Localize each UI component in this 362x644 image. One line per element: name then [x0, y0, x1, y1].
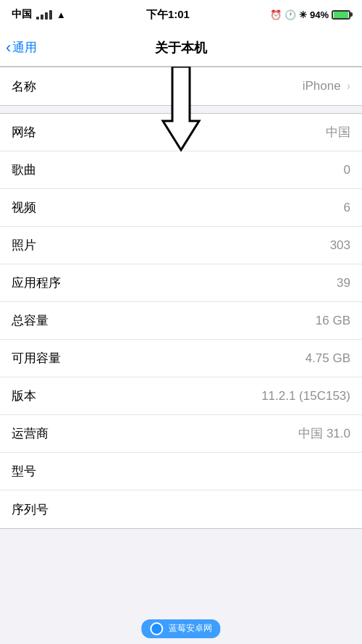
- clock-icon: 🕐: [285, 9, 296, 20]
- total-capacity-label: 总容量: [12, 312, 49, 329]
- status-time: 下午1:01: [146, 8, 190, 22]
- available-capacity-label: 可用容量: [12, 350, 61, 367]
- model-row: 型号: [0, 453, 362, 490]
- name-value: iPhone ›: [303, 79, 350, 93]
- carrier-row: 运营商 中国 31.0: [0, 415, 362, 453]
- apps-row: 应用程序 39: [0, 264, 362, 302]
- carrier-label: 中国: [12, 8, 32, 21]
- songs-value: 0: [344, 163, 350, 177]
- status-left: 中国 ▲: [12, 8, 66, 21]
- network-row: 网络 中国: [0, 114, 362, 151]
- photos-value: 303: [330, 238, 350, 253]
- back-chevron-icon: ‹: [6, 40, 11, 56]
- network-label: 网络: [12, 124, 36, 141]
- photos-label: 照片: [12, 237, 36, 254]
- back-button[interactable]: ‹ 通用: [6, 39, 37, 56]
- info-group: 网络 中国 歌曲 0 视频 6 照片 303 应用程序 39 总容量 16 GB…: [0, 113, 362, 529]
- status-bar: 中国 ▲ 下午1:01 ⏰ 🕐 ✳ 94%: [0, 0, 362, 29]
- videos-row: 视频 6: [0, 189, 362, 227]
- carrier-row-label: 运营商: [12, 425, 49, 442]
- videos-label: 视频: [12, 199, 36, 216]
- model-label: 型号: [12, 463, 36, 480]
- version-row: 版本 11.2.1 (15C153): [0, 377, 362, 415]
- navigation-bar: ‹ 通用 关于本机: [0, 29, 362, 67]
- divider-1: [0, 106, 362, 113]
- watermark-text: 蓝莓安卓网: [169, 623, 212, 633]
- battery-percent: 94%: [310, 9, 329, 20]
- apps-value: 39: [337, 276, 350, 290]
- version-label: 版本: [12, 388, 36, 404]
- serial-label: 序列号: [12, 501, 49, 518]
- name-row[interactable]: 名称 iPhone ›: [0, 67, 362, 105]
- videos-value: 6: [344, 201, 350, 215]
- bluetooth-icon: ✳: [299, 9, 307, 20]
- name-label: 名称: [12, 78, 36, 95]
- watermark: 蓝莓安卓网: [141, 619, 220, 638]
- songs-row: 歌曲 0: [0, 151, 362, 189]
- songs-label: 歌曲: [12, 162, 36, 178]
- back-label: 通用: [12, 39, 37, 56]
- version-value: 11.2.1 (15C153): [261, 389, 350, 403]
- apps-label: 应用程序: [12, 275, 61, 291]
- available-capacity-row: 可用容量 4.75 GB: [0, 340, 362, 377]
- alarm-icon: ⏰: [270, 9, 282, 20]
- total-capacity-row: 总容量 16 GB: [0, 302, 362, 340]
- status-right: ⏰ 🕐 ✳ 94%: [270, 9, 350, 20]
- wifi-icon: ▲: [56, 9, 66, 20]
- carrier-row-value: 中国 31.0: [298, 425, 350, 442]
- settings-list: 名称 iPhone › 网络 中国 歌曲 0 视频 6 照片 303 应用程序 …: [0, 67, 362, 529]
- chevron-right-icon: ›: [347, 80, 350, 93]
- photos-row: 照片 303: [0, 227, 362, 264]
- total-capacity-value: 16 GB: [316, 314, 350, 328]
- network-value: 中国: [326, 124, 350, 141]
- watermark-logo-icon: [150, 622, 163, 635]
- page-title: 关于本机: [155, 39, 207, 57]
- battery-icon: [332, 10, 350, 20]
- available-capacity-value: 4.75 GB: [306, 351, 350, 366]
- serial-row: 序列号: [0, 490, 362, 528]
- name-group: 名称 iPhone ›: [0, 67, 362, 106]
- signal-icon: [36, 9, 52, 20]
